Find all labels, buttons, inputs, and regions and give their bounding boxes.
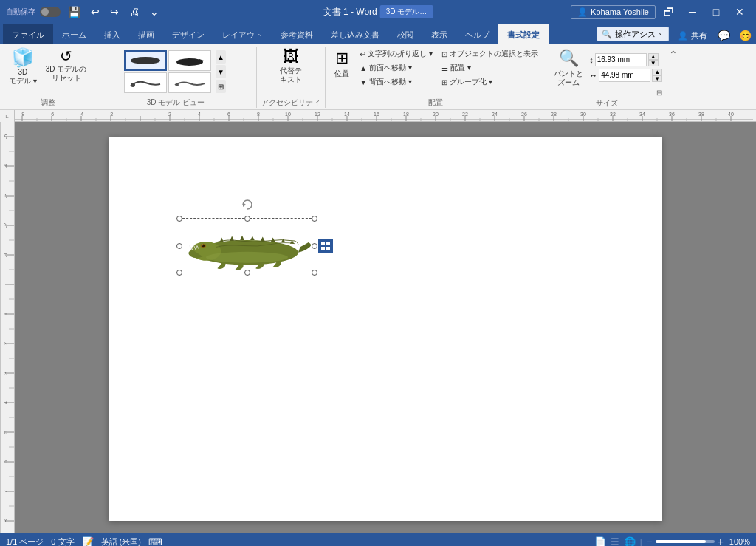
select-objects-label: オブジェクトの選択と表示 xyxy=(450,49,538,59)
user-button[interactable]: 👤 Kohama Yoshiie xyxy=(571,5,656,19)
print-icon[interactable]: 🖨 xyxy=(126,4,142,19)
keyboard-icon[interactable]: ⌨ xyxy=(148,536,162,547)
3d-reset-button[interactable]: ↺ 3D モデルのリセット xyxy=(43,47,90,84)
group-label: グループ化 ▾ xyxy=(450,77,492,87)
svg-text:28: 28 xyxy=(551,112,557,117)
comment-icon[interactable]: 💬 xyxy=(713,27,735,44)
zoom-slider[interactable] xyxy=(656,540,715,543)
send-backward-icon: ▼ xyxy=(360,78,367,86)
ruler-corner: L xyxy=(0,110,15,122)
close-button[interactable]: ✕ xyxy=(729,3,750,21)
height-spin-up[interactable]: ▲ xyxy=(648,53,659,60)
thumb-scroll-down[interactable]: ▼ xyxy=(216,65,226,78)
size-expand-icon[interactable]: ⊟ xyxy=(656,89,662,97)
auto-save-label: 自動保存 xyxy=(6,7,35,17)
redo-icon[interactable]: ↪ xyxy=(107,4,122,19)
undo-icon[interactable]: ↩ xyxy=(88,4,103,19)
tab-references[interactable]: 参考資料 xyxy=(272,24,322,44)
save-icon[interactable]: 💾 xyxy=(65,4,83,19)
model-thumb-3[interactable] xyxy=(124,72,167,93)
thumb-expand[interactable]: ⊞ xyxy=(216,80,226,93)
tab-format[interactable]: 書式設定 xyxy=(498,24,549,44)
tab-home[interactable]: ホーム xyxy=(53,24,95,44)
tab-draw[interactable]: 描画 xyxy=(129,24,163,44)
restore-button[interactable]: 🗗 xyxy=(659,3,679,21)
height-input[interactable] xyxy=(595,53,647,66)
select-objects-icon: ⊡ xyxy=(441,50,447,58)
collapse-icon[interactable]: ⌃ xyxy=(669,49,678,61)
placement-content: ⊞ 位置 ↩ 文字列の折り返し ▾ ▲ 前面へ移動 ▾ ▼ 背面へ移動 ▾ xyxy=(330,47,541,96)
size-inputs-col: ↕ ▲ ▼ ↔ ▲ ▼ xyxy=(589,53,662,83)
height-icon: ↕ xyxy=(589,55,594,64)
3d-reset-label: 3D モデルのリセット xyxy=(46,65,87,83)
share-button[interactable]: 👤 共有 xyxy=(672,27,713,44)
search-bar[interactable]: 🔍 操作アシスト xyxy=(597,27,669,41)
svg-text:34: 34 xyxy=(639,112,645,117)
web-layout-icon[interactable]: 🌐 xyxy=(624,536,636,547)
handle-tl[interactable] xyxy=(176,216,182,222)
align-icon: ☰ xyxy=(441,64,448,72)
align-label: 配置 ▾ xyxy=(450,63,471,73)
wrap-text-label: 文字列の折り返し ▾ xyxy=(368,49,433,59)
thumb-grid xyxy=(124,50,211,93)
bring-forward-button[interactable]: ▲ 前面へ移動 ▾ xyxy=(357,61,436,75)
tab-view[interactable]: 表示 xyxy=(422,24,456,44)
auto-save-toggle[interactable] xyxy=(40,7,61,17)
handle-bm[interactable] xyxy=(244,270,250,276)
alt-text-button[interactable]: 🖼 代替テキスト xyxy=(277,47,305,86)
tab-insert[interactable]: 挿入 xyxy=(95,24,129,44)
tab-file[interactable]: ファイル xyxy=(3,24,53,44)
language[interactable]: 英語 (米国) xyxy=(101,536,141,547)
more-icon[interactable]: ⌄ xyxy=(147,4,162,19)
rotate-handle[interactable] xyxy=(240,197,255,212)
select-objects-button[interactable]: ⊡ オブジェクトの選択と表示 xyxy=(439,47,541,61)
svg-text:38: 38 xyxy=(698,112,704,117)
zoom-level[interactable]: 100% xyxy=(729,537,750,546)
height-spin-down[interactable]: ▼ xyxy=(648,60,659,66)
model-view-label: 3D モデル ビュー xyxy=(99,98,252,108)
spell-check-icon[interactable]: 📝 xyxy=(82,536,94,547)
3d-mode-badge[interactable]: 3D モデル… xyxy=(380,5,433,18)
handle-bl[interactable] xyxy=(176,270,182,276)
model-thumb-1[interactable] xyxy=(124,50,167,71)
tab-review[interactable]: 校閲 xyxy=(388,24,422,44)
model-thumb-2[interactable] xyxy=(168,50,211,71)
minimize-button[interactable]: ─ xyxy=(682,3,703,21)
handle-ml[interactable] xyxy=(176,243,182,249)
pan-zoom-button[interactable]: 🔍 パントとズーム xyxy=(551,47,586,89)
thumb-scroll: ▲ ▼ ⊞ xyxy=(214,49,227,95)
position-button[interactable]: ⊞ 位置 xyxy=(330,47,354,80)
tab-help[interactable]: ヘルプ xyxy=(456,24,498,44)
handle-tr[interactable] xyxy=(312,216,317,222)
svg-text:14: 14 xyxy=(344,112,350,117)
print-layout-icon[interactable]: ☰ xyxy=(611,536,619,547)
align-button[interactable]: ☰ 配置 ▾ xyxy=(439,61,541,75)
group-icon: ⊞ xyxy=(441,78,447,86)
3d-model-button[interactable]: 🧊 3Dモデル ▾ xyxy=(6,47,40,87)
pan-zoom-icon: 🔍 xyxy=(559,49,579,68)
thumb-scroll-up[interactable]: ▲ xyxy=(216,50,226,64)
model-thumb-4[interactable] xyxy=(168,72,211,93)
tab-design[interactable]: デザイン xyxy=(163,24,213,44)
doc-area[interactable] xyxy=(15,122,756,533)
layout-options-icon[interactable] xyxy=(318,239,333,253)
wrap-text-button[interactable]: ↩ 文字列の折り返し ▾ xyxy=(357,47,436,61)
maximize-button[interactable]: □ xyxy=(706,3,726,21)
tab-mailings[interactable]: 差し込み文書 xyxy=(322,24,388,44)
tab-layout[interactable]: レイアウト xyxy=(213,24,272,44)
read-mode-icon[interactable]: 📄 xyxy=(594,536,606,547)
svg-text:10: 10 xyxy=(285,112,291,117)
group-button[interactable]: ⊞ グループ化 ▾ xyxy=(439,75,541,89)
width-input[interactable] xyxy=(599,69,650,82)
handle-mr[interactable] xyxy=(312,243,317,249)
width-spin-down[interactable]: ▼ xyxy=(652,75,662,82)
handle-br[interactable] xyxy=(312,270,317,276)
width-spin-up[interactable]: ▲ xyxy=(652,69,662,75)
zoom-out-button[interactable]: − xyxy=(646,536,652,546)
model-container[interactable] xyxy=(179,218,315,273)
emoji-icon[interactable]: 😊 xyxy=(735,27,756,44)
model-view-group: ▲ ▼ ⊞ 3D モデル ビュー xyxy=(94,47,257,108)
send-backward-button[interactable]: ▼ 背面へ移動 ▾ xyxy=(357,75,436,89)
handle-tm[interactable] xyxy=(244,216,250,222)
zoom-in-button[interactable]: + xyxy=(718,536,724,546)
